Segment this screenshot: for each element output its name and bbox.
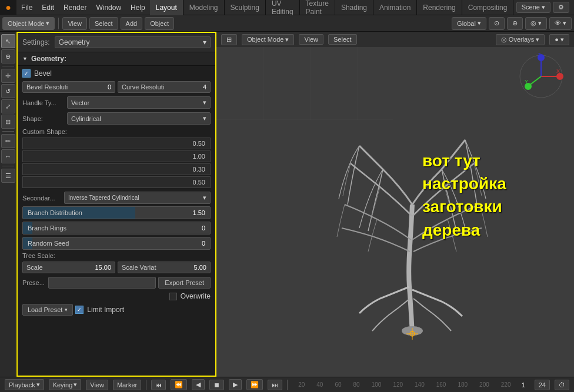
vp-overlay[interactable]: ◎ Overlays ▾ bbox=[496, 34, 545, 45]
branch-distribution-slider[interactable]: Branch Distribution 1.50 bbox=[22, 206, 211, 219]
playback-menu[interactable]: Playback ▾ bbox=[5, 379, 44, 390]
view-menu-bottom[interactable]: View bbox=[86, 380, 108, 390]
tick-160: 160 bbox=[430, 381, 452, 388]
tab-uv-editing[interactable]: UV Editing bbox=[266, 0, 300, 15]
fps-value: 24 bbox=[539, 381, 546, 388]
handle-type-row: Handle Ty... Vector ▾ bbox=[22, 96, 211, 109]
export-preset-button[interactable]: Export Preset bbox=[158, 277, 211, 289]
vp-select[interactable]: Select bbox=[328, 34, 357, 45]
custom-shape-value-0[interactable]: 0.50 bbox=[22, 138, 211, 149]
tick-20: 20 bbox=[292, 381, 311, 388]
menu-window[interactable]: Window bbox=[91, 0, 126, 15]
annotate-tool-btn[interactable]: ✏ bbox=[1, 134, 15, 148]
move-tool-btn[interactable]: ✛ bbox=[1, 69, 15, 83]
menu-file[interactable]: File bbox=[16, 0, 37, 15]
tab-rendering[interactable]: Rendering bbox=[417, 0, 462, 15]
time-settings[interactable]: ⏱ bbox=[555, 380, 569, 390]
handle-type-label: Handle Ty... bbox=[22, 99, 64, 106]
scene-picker[interactable]: Scene ▾ bbox=[516, 2, 550, 13]
random-seed-label: Random Seed bbox=[23, 240, 202, 247]
branch-rings-slider[interactable]: Branch Rings 0 bbox=[22, 222, 211, 234]
proportional-btn[interactable]: ⊙ bbox=[489, 17, 505, 30]
viewport-header: ⊞ Object Mode ▾ View Select ◎ Overlays ▾… bbox=[216, 32, 574, 47]
tab-compositing[interactable]: Compositing bbox=[462, 0, 514, 15]
random-seed-value: 0 bbox=[202, 240, 210, 247]
scale-variant-value: 5.00 bbox=[194, 264, 206, 271]
bb-sep2 bbox=[287, 380, 288, 390]
viewport[interactable]: ⊞ Object Mode ▾ View Select ◎ Overlays ▾… bbox=[216, 32, 574, 377]
custom-shape-value-3[interactable]: 0.50 bbox=[22, 176, 211, 188]
settings-label: Settings: bbox=[22, 38, 50, 46]
tab-modeling[interactable]: Modeling bbox=[183, 0, 225, 15]
snapping-btn[interactable]: ⊕ bbox=[507, 17, 523, 30]
bottom-bar: Playback ▾ Keying ▾ View Marker ⏮ ⏪ ◀ ⏹ … bbox=[0, 377, 574, 392]
rotate-tool-btn[interactable]: ↺ bbox=[1, 84, 15, 98]
measure-tool-btn[interactable]: ↔ bbox=[1, 149, 15, 163]
scale-btn[interactable]: Scale 15.00 bbox=[22, 262, 115, 273]
curve-resolution-label: Curve Resoluti bbox=[122, 83, 164, 91]
svg-text:Z: Z bbox=[538, 53, 541, 58]
svg-text:X: X bbox=[556, 68, 560, 74]
stop-btn[interactable]: ⏹ bbox=[209, 380, 224, 390]
shape-dropdown[interactable]: Cylindrical ▾ bbox=[67, 112, 211, 125]
overlay-btn[interactable]: ◎ ▾ bbox=[525, 17, 547, 30]
play-btn[interactable]: ▶ bbox=[229, 379, 242, 390]
viewport-shading-btn[interactable]: 👁 ▾ bbox=[549, 17, 572, 30]
step-fwd-btn[interactable]: ⏩ bbox=[246, 379, 263, 390]
view-menu[interactable]: View bbox=[62, 17, 87, 30]
bevel-resolution-label: Bevel Resoluti bbox=[26, 83, 68, 91]
tab-texture-paint[interactable]: Texture Paint bbox=[300, 0, 335, 15]
nav-gizmo[interactable]: X Y Z bbox=[518, 53, 565, 100]
object-mode-dropdown[interactable]: Object Mode ▾ bbox=[2, 17, 55, 30]
settings-dropdown[interactable]: Geometry ▾ bbox=[55, 36, 211, 48]
keying-menu[interactable]: Keying ▾ bbox=[49, 379, 82, 390]
scale-tool-btn[interactable]: ⤢ bbox=[1, 99, 15, 113]
bevel-checkbox[interactable]: ✓ bbox=[22, 69, 31, 78]
lt-sep3 bbox=[2, 166, 14, 166]
bevel-resolution-btn[interactable]: Bevel Resoluti 0 bbox=[22, 81, 115, 93]
select-tool-btn[interactable]: ↖ bbox=[1, 34, 15, 48]
secondary-label: Secondar... bbox=[22, 195, 61, 202]
vp-editor-type[interactable]: ⊞ bbox=[221, 34, 237, 45]
shape-row: Shape: Cylindrical ▾ bbox=[22, 112, 211, 125]
preset-input[interactable] bbox=[48, 277, 156, 289]
scale-variant-btn[interactable]: Scale Variat 5.00 bbox=[118, 262, 211, 273]
limit-import-checkbox[interactable]: ✓ bbox=[75, 306, 84, 314]
menu-render[interactable]: Render bbox=[59, 0, 91, 15]
load-preset-dropdown[interactable]: Load Preset ▾ bbox=[22, 304, 73, 316]
custom-shape-value-1[interactable]: 1.00 bbox=[22, 150, 211, 162]
tab-shading[interactable]: Shading bbox=[335, 0, 373, 15]
global-dropdown[interactable]: Global ▾ bbox=[452, 17, 486, 30]
cursor-tool-btn[interactable]: ⊕ bbox=[1, 49, 15, 63]
limit-import-label: Limit Import bbox=[87, 306, 124, 314]
handle-type-dropdown[interactable]: Vector ▾ bbox=[67, 96, 211, 109]
transform-tool-btn[interactable]: ⊞ bbox=[1, 115, 15, 129]
geometry-section-header[interactable]: ▼ Geometry: bbox=[18, 52, 215, 66]
jump-end-btn[interactable]: ⏭ bbox=[268, 380, 282, 390]
menu-help[interactable]: Help bbox=[126, 0, 150, 15]
step-back-btn[interactable]: ⏪ bbox=[171, 379, 187, 390]
nav-gizmo-svg: X Y Z bbox=[518, 53, 565, 100]
add-object-btn[interactable]: ☰ bbox=[1, 169, 15, 183]
vp-shading[interactable]: ● ▾ bbox=[549, 34, 569, 45]
marker-menu[interactable]: Marker bbox=[113, 380, 141, 390]
object-menu[interactable]: Object bbox=[145, 17, 174, 30]
tab-animation[interactable]: Animation bbox=[373, 0, 417, 15]
engine-picker[interactable]: ⚙ bbox=[553, 2, 569, 13]
custom-shape-value-2[interactable]: 0.30 bbox=[22, 163, 211, 175]
tab-sculpting[interactable]: Sculpting bbox=[225, 0, 266, 15]
menu-edit[interactable]: Edit bbox=[37, 0, 59, 15]
add-menu[interactable]: Add bbox=[121, 17, 143, 30]
overwrite-checkbox[interactable] bbox=[169, 293, 177, 300]
secondary-dropdown[interactable]: Inverse Tapered Cylindrical ▾ bbox=[64, 192, 211, 204]
custom-shape-label: Custom Shape: bbox=[22, 128, 211, 135]
random-seed-slider[interactable]: Random Seed 0 bbox=[22, 237, 211, 250]
vp-mode[interactable]: Object Mode ▾ bbox=[242, 34, 294, 45]
tab-layout[interactable]: Layout bbox=[150, 0, 183, 15]
timeline-ticks: 20 40 60 80 100 120 140 160 180 200 220 bbox=[292, 381, 516, 388]
select-menu[interactable]: Select bbox=[89, 17, 118, 30]
vp-view[interactable]: View bbox=[299, 34, 323, 45]
jump-start-btn[interactable]: ⏮ bbox=[151, 380, 166, 390]
play-back-btn[interactable]: ◀ bbox=[192, 379, 205, 390]
curve-resolution-btn[interactable]: Curve Resoluti 4 bbox=[118, 81, 211, 93]
